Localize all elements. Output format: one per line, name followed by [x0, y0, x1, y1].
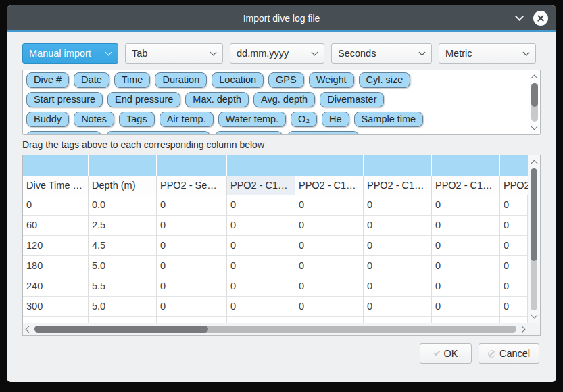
tag-max-depth[interactable]: Max. depth — [185, 92, 249, 107]
table-row: 240 5.5 0 0 0 0 0 0 — [23, 276, 528, 297]
tag-tags[interactable]: Tags — [119, 112, 155, 127]
table-cell: 5.0 — [89, 297, 157, 317]
table-cell: 0 — [227, 216, 295, 236]
table-cell: 0 — [500, 195, 528, 216]
tag-start-pressure[interactable]: Start pressure — [26, 92, 103, 107]
chevron-down-icon — [312, 49, 318, 56]
scroll-down-icon[interactable] — [531, 312, 537, 319]
table-cell: 0 — [227, 256, 295, 276]
table-cell: 0 — [500, 256, 528, 276]
table-cell: 240 — [23, 276, 89, 297]
drop-cell[interactable] — [364, 155, 432, 176]
table-cell: 0 — [500, 276, 528, 297]
tag-gps[interactable]: GPS — [268, 72, 304, 88]
close-button[interactable] — [533, 11, 548, 26]
scrollbar-track[interactable] — [531, 83, 538, 122]
tag-duration[interactable]: Duration — [155, 72, 207, 88]
time-format-value: Seconds — [338, 48, 376, 59]
table-cell: 0 — [157, 297, 227, 317]
scrollbar-track[interactable] — [531, 168, 537, 310]
date-format-select[interactable]: dd.mm.yyyy — [230, 43, 324, 64]
drop-cell[interactable] — [295, 155, 364, 176]
tag-he[interactable]: He — [322, 112, 349, 127]
table-cell: 0 — [227, 276, 295, 297]
tag-date[interactable]: Date — [74, 72, 109, 88]
import-type-select[interactable]: Manual import — [22, 43, 118, 64]
ok-button[interactable]: OK — [420, 343, 472, 364]
scrollbar-thumb[interactable] — [531, 168, 537, 261]
units-select[interactable]: Metric — [439, 43, 536, 64]
drop-cell[interactable] — [227, 155, 295, 176]
table-cell: 4.5 — [89, 236, 157, 256]
tag-o2[interactable]: O₂ — [291, 112, 317, 127]
column-header-highlighted: PPO2 - C1… — [227, 176, 295, 195]
table-cell — [500, 317, 528, 323]
tag-buddy[interactable]: Buddy — [26, 112, 69, 127]
tag-air-temp[interactable]: Air temp. — [160, 112, 214, 127]
scroll-right-icon[interactable] — [519, 326, 526, 333]
check-icon — [433, 349, 440, 356]
tags-scrollbar[interactable] — [529, 71, 539, 134]
table-cell: 0 — [157, 256, 227, 276]
table-cell: 0 — [432, 236, 500, 256]
table-cell: 0 — [157, 276, 227, 297]
chevron-down-icon[interactable] — [515, 12, 524, 21]
units-value: Metric — [445, 48, 472, 59]
table-cell: 120 — [23, 236, 89, 256]
scroll-left-icon[interactable] — [26, 326, 32, 333]
scrollbar-thumb[interactable] — [531, 83, 538, 107]
cancel-button[interactable]: Cancel — [479, 343, 539, 364]
scrollbar-track[interactable] — [34, 326, 516, 333]
table-cell: 60 — [23, 216, 89, 236]
drop-cell[interactable] — [500, 155, 528, 176]
field-separator-select[interactable]: Tab — [125, 43, 223, 64]
tag-location[interactable]: Location — [212, 72, 264, 88]
tag-end-pressure[interactable]: End pressure — [107, 92, 180, 107]
scrollbar-thumb[interactable] — [34, 326, 208, 333]
column-header: PPO2 - C1… — [500, 176, 528, 195]
import-table: Dive Time … Depth (m) PPO2 - Se… PPO2 - … — [22, 155, 541, 336]
tag-time[interactable]: Time — [114, 72, 151, 88]
tag-row: Dive # Date Time Duration Location GPS W… — [26, 72, 527, 88]
table-cell: 0 — [23, 195, 89, 216]
tag-water-temp[interactable]: Water temp. — [218, 112, 286, 127]
table-row: 300 5.0 0 0 0 0 0 0 — [23, 297, 528, 317]
chevron-down-icon — [523, 49, 530, 56]
table-row: 120 4.5 0 0 0 0 0 0 — [23, 236, 528, 256]
tag-sample-depth[interactable]: Sample depth — [26, 131, 101, 135]
drop-cell[interactable] — [432, 155, 500, 176]
time-format-select[interactable]: Seconds — [331, 43, 432, 64]
scroll-down-icon[interactable] — [531, 124, 538, 130]
table-cell: 0 — [500, 297, 528, 317]
table-cell: 0 — [157, 195, 227, 216]
tag-cyl-size[interactable]: Cyl. size — [359, 72, 411, 88]
tag-divemaster[interactable]: Divemaster — [320, 92, 384, 107]
tag-sample-cns[interactable]: Sample CNS — [287, 131, 359, 135]
tag-avg-depth[interactable]: Avg. depth — [253, 92, 315, 107]
tag-dive-number[interactable]: Dive # — [26, 72, 69, 88]
tag-sample-po2[interactable]: Sample pO₂ — [215, 131, 283, 135]
table-horizontal-scrollbar[interactable] — [23, 323, 528, 335]
import-options-toolbar: Manual import Tab dd.mm.yyyy Seconds Met… — [22, 43, 541, 64]
import-dialog-window: Import dive log file Manual import Tab d… — [7, 5, 556, 382]
scroll-up-icon[interactable] — [531, 75, 538, 82]
scroll-up-icon[interactable] — [531, 160, 537, 167]
column-header: Dive Time … — [23, 176, 89, 195]
table-cell — [89, 317, 157, 323]
table-cell: 0 — [295, 276, 364, 297]
window-title: Import dive log file — [243, 13, 320, 24]
tag-sample-temperature[interactable]: Sample temperature — [106, 131, 210, 135]
table-cell: 0 — [227, 297, 295, 317]
tag-notes[interactable]: Notes — [74, 112, 114, 127]
table-cell: 0.0 — [89, 195, 157, 216]
table-cell: 0 — [364, 276, 432, 297]
drop-cell[interactable] — [89, 155, 157, 176]
table-vertical-scrollbar[interactable] — [528, 155, 540, 323]
tag-weight[interactable]: Weight — [309, 72, 354, 88]
tag-sample-time[interactable]: Sample time — [354, 112, 424, 127]
table-row: 0 0.0 0 0 0 0 0 0 — [23, 195, 528, 216]
drop-cell[interactable] — [157, 155, 227, 176]
cancel-button-label: Cancel — [499, 348, 530, 359]
table-cell: 0 — [227, 195, 295, 216]
drop-cell[interactable] — [23, 155, 89, 176]
